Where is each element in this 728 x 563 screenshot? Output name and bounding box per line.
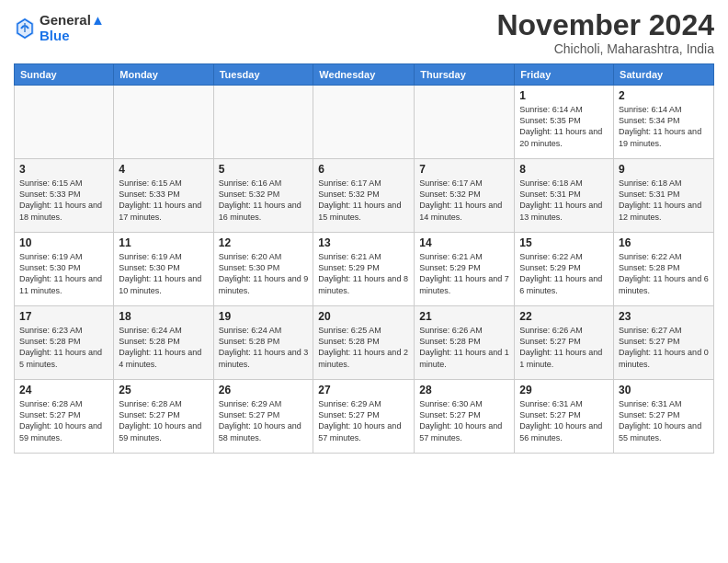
day-info: Sunrise: 6:30 AM Sunset: 5:27 PM Dayligh… xyxy=(419,398,509,443)
day-number: 8 xyxy=(519,163,609,176)
day-info: Sunrise: 6:15 AM Sunset: 5:33 PM Dayligh… xyxy=(19,178,108,223)
day-number: 3 xyxy=(19,163,108,176)
col-sunday: Sunday xyxy=(15,64,114,86)
day-number: 10 xyxy=(19,236,108,249)
day-info: Sunrise: 6:17 AM Sunset: 5:32 PM Dayligh… xyxy=(419,178,509,223)
calendar-cell: 26Sunrise: 6:29 AM Sunset: 5:27 PM Dayli… xyxy=(213,380,313,454)
calendar-cell xyxy=(213,86,313,159)
day-info: Sunrise: 6:24 AM Sunset: 5:28 PM Dayligh… xyxy=(119,325,208,370)
month-title: November 2024 xyxy=(496,9,714,41)
col-friday: Friday xyxy=(515,64,614,86)
day-number: 23 xyxy=(619,310,709,323)
day-info: Sunrise: 6:28 AM Sunset: 5:27 PM Dayligh… xyxy=(19,398,108,443)
calendar-cell: 14Sunrise: 6:21 AM Sunset: 5:29 PM Dayli… xyxy=(415,233,515,306)
calendar-cell: 29Sunrise: 6:31 AM Sunset: 5:27 PM Dayli… xyxy=(515,380,614,454)
day-info: Sunrise: 6:22 AM Sunset: 5:29 PM Dayligh… xyxy=(519,251,609,296)
logo-icon xyxy=(14,16,36,41)
calendar-cell: 3Sunrise: 6:15 AM Sunset: 5:33 PM Daylig… xyxy=(15,159,114,233)
day-number: 27 xyxy=(318,384,409,396)
calendar-cell: 30Sunrise: 6:31 AM Sunset: 5:27 PM Dayli… xyxy=(614,380,714,454)
calendar-cell xyxy=(15,86,114,159)
day-number: 5 xyxy=(219,163,309,176)
calendar-cell: 19Sunrise: 6:24 AM Sunset: 5:28 PM Dayli… xyxy=(213,306,313,380)
day-number: 13 xyxy=(318,236,409,249)
calendar-cell: 10Sunrise: 6:19 AM Sunset: 5:30 PM Dayli… xyxy=(15,233,114,306)
calendar-cell: 20Sunrise: 6:25 AM Sunset: 5:28 PM Dayli… xyxy=(313,306,415,380)
calendar-cell: 1Sunrise: 6:14 AM Sunset: 5:35 PM Daylig… xyxy=(515,86,614,159)
calendar-cell xyxy=(114,86,213,159)
day-info: Sunrise: 6:17 AM Sunset: 5:32 PM Dayligh… xyxy=(318,178,409,223)
calendar-cell: 5Sunrise: 6:16 AM Sunset: 5:32 PM Daylig… xyxy=(213,159,313,233)
calendar-cell: 11Sunrise: 6:19 AM Sunset: 5:30 PM Dayli… xyxy=(114,233,213,306)
day-info: Sunrise: 6:29 AM Sunset: 5:27 PM Dayligh… xyxy=(219,398,309,443)
header: General▲ Blue November 2024 Chicholi, Ma… xyxy=(14,9,714,56)
day-number: 15 xyxy=(519,236,609,249)
day-number: 30 xyxy=(619,384,709,396)
day-number: 11 xyxy=(119,236,208,249)
title-block: November 2024 Chicholi, Maharashtra, Ind… xyxy=(496,9,714,56)
calendar-cell: 27Sunrise: 6:29 AM Sunset: 5:27 PM Dayli… xyxy=(313,380,415,454)
day-info: Sunrise: 6:26 AM Sunset: 5:27 PM Dayligh… xyxy=(519,325,609,370)
col-wednesday: Wednesday xyxy=(313,64,415,86)
calendar-cell: 21Sunrise: 6:26 AM Sunset: 5:28 PM Dayli… xyxy=(415,306,515,380)
day-info: Sunrise: 6:15 AM Sunset: 5:33 PM Dayligh… xyxy=(119,178,208,223)
day-number: 18 xyxy=(119,310,208,323)
day-info: Sunrise: 6:21 AM Sunset: 5:29 PM Dayligh… xyxy=(419,251,509,296)
calendar-cell: 8Sunrise: 6:18 AM Sunset: 5:31 PM Daylig… xyxy=(515,159,614,233)
day-info: Sunrise: 6:19 AM Sunset: 5:30 PM Dayligh… xyxy=(119,251,208,296)
day-info: Sunrise: 6:20 AM Sunset: 5:30 PM Dayligh… xyxy=(219,251,309,296)
day-info: Sunrise: 6:18 AM Sunset: 5:31 PM Dayligh… xyxy=(619,178,709,223)
day-number: 4 xyxy=(119,163,208,176)
week-row-3: 10Sunrise: 6:19 AM Sunset: 5:30 PM Dayli… xyxy=(15,233,714,306)
day-info: Sunrise: 6:31 AM Sunset: 5:27 PM Dayligh… xyxy=(519,398,609,443)
day-number: 28 xyxy=(419,384,509,396)
week-row-1: 1Sunrise: 6:14 AM Sunset: 5:35 PM Daylig… xyxy=(15,86,714,159)
day-info: Sunrise: 6:21 AM Sunset: 5:29 PM Dayligh… xyxy=(318,251,409,296)
day-info: Sunrise: 6:14 AM Sunset: 5:34 PM Dayligh… xyxy=(619,104,709,149)
day-info: Sunrise: 6:26 AM Sunset: 5:28 PM Dayligh… xyxy=(419,325,509,370)
logo-text: General▲ Blue xyxy=(40,13,105,43)
calendar-cell: 9Sunrise: 6:18 AM Sunset: 5:31 PM Daylig… xyxy=(614,159,714,233)
day-info: Sunrise: 6:29 AM Sunset: 5:27 PM Dayligh… xyxy=(318,398,409,443)
calendar-cell: 13Sunrise: 6:21 AM Sunset: 5:29 PM Dayli… xyxy=(313,233,415,306)
day-number: 25 xyxy=(119,384,208,396)
calendar-cell: 6Sunrise: 6:17 AM Sunset: 5:32 PM Daylig… xyxy=(313,159,415,233)
day-number: 7 xyxy=(419,163,509,176)
day-info: Sunrise: 6:22 AM Sunset: 5:28 PM Dayligh… xyxy=(619,251,709,296)
day-number: 24 xyxy=(19,384,108,396)
day-number: 12 xyxy=(219,236,309,249)
weekday-header-row: Sunday Monday Tuesday Wednesday Thursday… xyxy=(15,64,714,86)
day-number: 26 xyxy=(219,384,309,396)
page-container: General▲ Blue November 2024 Chicholi, Ma… xyxy=(0,0,728,463)
week-row-2: 3Sunrise: 6:15 AM Sunset: 5:33 PM Daylig… xyxy=(15,159,714,233)
calendar-cell: 7Sunrise: 6:17 AM Sunset: 5:32 PM Daylig… xyxy=(415,159,515,233)
day-info: Sunrise: 6:27 AM Sunset: 5:27 PM Dayligh… xyxy=(619,325,709,370)
calendar-cell: 15Sunrise: 6:22 AM Sunset: 5:29 PM Dayli… xyxy=(515,233,614,306)
calendar-cell: 22Sunrise: 6:26 AM Sunset: 5:27 PM Dayli… xyxy=(515,306,614,380)
day-number: 29 xyxy=(519,384,609,396)
day-number: 14 xyxy=(419,236,509,249)
day-info: Sunrise: 6:18 AM Sunset: 5:31 PM Dayligh… xyxy=(519,178,609,223)
col-tuesday: Tuesday xyxy=(213,64,313,86)
day-info: Sunrise: 6:19 AM Sunset: 5:30 PM Dayligh… xyxy=(19,251,108,296)
calendar-cell: 2Sunrise: 6:14 AM Sunset: 5:34 PM Daylig… xyxy=(614,86,714,159)
day-number: 20 xyxy=(318,310,409,323)
calendar-cell: 24Sunrise: 6:28 AM Sunset: 5:27 PM Dayli… xyxy=(15,380,114,454)
day-number: 1 xyxy=(519,89,609,102)
day-info: Sunrise: 6:23 AM Sunset: 5:28 PM Dayligh… xyxy=(19,325,108,370)
calendar-cell: 28Sunrise: 6:30 AM Sunset: 5:27 PM Dayli… xyxy=(415,380,515,454)
calendar-cell: 17Sunrise: 6:23 AM Sunset: 5:28 PM Dayli… xyxy=(15,306,114,380)
day-number: 6 xyxy=(318,163,409,176)
location-subtitle: Chicholi, Maharashtra, India xyxy=(496,41,714,56)
day-number: 21 xyxy=(419,310,509,323)
col-thursday: Thursday xyxy=(415,64,515,86)
week-row-5: 24Sunrise: 6:28 AM Sunset: 5:27 PM Dayli… xyxy=(15,380,714,454)
day-info: Sunrise: 6:16 AM Sunset: 5:32 PM Dayligh… xyxy=(219,178,309,223)
day-number: 16 xyxy=(619,236,709,249)
calendar-cell: 12Sunrise: 6:20 AM Sunset: 5:30 PM Dayli… xyxy=(213,233,313,306)
calendar-table: Sunday Monday Tuesday Wednesday Thursday… xyxy=(14,63,714,454)
day-info: Sunrise: 6:28 AM Sunset: 5:27 PM Dayligh… xyxy=(119,398,208,443)
day-info: Sunrise: 6:25 AM Sunset: 5:28 PM Dayligh… xyxy=(318,325,409,370)
day-number: 2 xyxy=(619,89,709,102)
calendar-cell xyxy=(415,86,515,159)
